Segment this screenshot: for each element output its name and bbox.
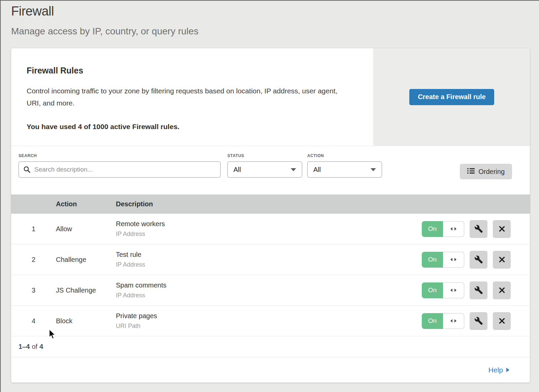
left-right-arrows-icon <box>450 288 457 292</box>
rules-list: 1 Allow Remote workers IP Address On <box>11 214 530 336</box>
status-filter-group: STATUS All <box>227 153 302 178</box>
page-header: Firewall Manage access by IP, country, o… <box>0 0 539 37</box>
action-select[interactable]: All <box>307 161 382 178</box>
table-row: 2 Challenge Test rule IP Address On <box>11 244 530 275</box>
delete-rule-button[interactable] <box>493 220 511 238</box>
help-link[interactable]: Help <box>488 366 510 374</box>
toggle-handle[interactable] <box>443 221 464 237</box>
left-right-arrows-icon <box>450 258 457 262</box>
toggle-handle[interactable] <box>443 313 464 329</box>
usage-note: You have used 4 of 1000 active Firewall … <box>27 123 353 131</box>
create-firewall-rule-button[interactable]: Create a Firewall rule <box>409 89 494 105</box>
rule-description: Test rule <box>116 251 422 259</box>
pagination-separator: of <box>32 343 37 351</box>
create-rule-panel: Create a Firewall rule <box>373 48 530 146</box>
rule-priority: 2 <box>11 256 56 264</box>
action-selected-value: All <box>313 166 321 174</box>
ordering-button-label: Ordering <box>478 168 505 176</box>
left-right-arrows-icon <box>450 227 457 231</box>
rule-description: Spam comments <box>116 281 422 289</box>
chevron-down-icon <box>371 168 376 171</box>
search-filter-group: SEARCH <box>19 153 221 178</box>
rule-priority: 4 <box>11 317 56 325</box>
wrench-icon <box>474 255 483 264</box>
help-link-label: Help <box>488 366 503 374</box>
rule-description-cell: Test rule IP Address <box>116 251 422 268</box>
pagination-total: 4 <box>39 343 43 351</box>
page-subtitle: Manage access by IP, country, or query r… <box>11 26 539 37</box>
rule-action: Allow <box>56 225 116 233</box>
card-description-block: Firewall Rules Control incoming traffic … <box>11 48 373 146</box>
column-action: Action <box>56 200 116 208</box>
delete-rule-button[interactable] <box>493 251 511 269</box>
rule-enabled-toggle[interactable]: On <box>422 282 464 298</box>
rule-enabled-toggle[interactable]: On <box>422 221 464 237</box>
x-icon <box>498 317 506 325</box>
rule-match-field: IP Address <box>116 292 422 299</box>
help-row: Help <box>11 357 530 383</box>
rule-enabled-toggle[interactable]: On <box>422 313 464 329</box>
table-row: 1 Allow Remote workers IP Address On <box>11 214 530 244</box>
rule-controls: On <box>422 281 530 299</box>
filters-bar: SEARCH STATUS All ACTION All <box>11 146 530 194</box>
rule-controls: On <box>422 220 530 238</box>
table-row: 4 Block Private pages URI Path On <box>11 306 530 336</box>
card-top-section: Firewall Rules Control incoming traffic … <box>11 48 530 146</box>
rule-priority: 1 <box>11 225 56 233</box>
rule-description-cell: Spam comments IP Address <box>116 281 422 299</box>
delete-rule-button[interactable] <box>493 312 511 330</box>
rule-enabled-toggle[interactable]: On <box>422 252 464 268</box>
toggle-on-label[interactable]: On <box>422 282 443 298</box>
chevron-down-icon <box>291 168 296 171</box>
wrench-icon <box>474 224 483 233</box>
rule-description: Remote workers <box>116 220 422 228</box>
x-icon <box>498 255 506 264</box>
page-title: Firewall <box>11 4 539 19</box>
wrench-icon <box>474 286 483 295</box>
rule-controls: On <box>422 312 530 330</box>
search-label: SEARCH <box>19 153 221 158</box>
x-icon <box>498 225 506 233</box>
rule-controls: On <box>422 251 530 269</box>
rule-priority: 3 <box>11 287 56 294</box>
help-arrow-icon <box>506 367 510 372</box>
search-box <box>19 161 221 178</box>
action-filter-group: ACTION All <box>307 153 382 178</box>
list-ordering-icon <box>467 168 475 176</box>
search-icon <box>23 165 31 175</box>
card-heading: Firewall Rules <box>27 66 353 76</box>
edit-rule-button[interactable] <box>470 251 487 269</box>
ordering-button[interactable]: Ordering <box>460 164 512 179</box>
rule-description: Private pages <box>116 312 422 320</box>
rule-match-field: IP Address <box>116 231 422 238</box>
status-selected-value: All <box>233 166 241 174</box>
pagination: 1–4 of 4 <box>11 336 530 357</box>
edit-rule-button[interactable] <box>470 220 487 238</box>
firewall-rules-card: Firewall Rules Control incoming traffic … <box>11 48 530 383</box>
table-row: 3 JS Challenge Spam comments IP Address … <box>11 275 530 306</box>
column-description: Description <box>116 200 530 208</box>
delete-rule-button[interactable] <box>493 281 511 299</box>
left-right-arrows-icon <box>450 319 457 323</box>
rule-match-field: URI Path <box>116 323 422 330</box>
rule-match-field: IP Address <box>116 261 422 268</box>
x-icon <box>498 286 506 294</box>
rule-action: Block <box>56 317 116 325</box>
action-label: ACTION <box>307 153 382 158</box>
toggle-on-label[interactable]: On <box>422 221 443 237</box>
rule-description-cell: Remote workers IP Address <box>116 220 422 238</box>
toggle-on-label[interactable]: On <box>422 252 443 268</box>
rule-description-cell: Private pages URI Path <box>116 312 422 330</box>
toggle-handle[interactable] <box>443 282 464 298</box>
table-header-row: Action Description <box>11 194 530 214</box>
card-description: Control incoming traffic to your zone by… <box>27 85 347 109</box>
toggle-handle[interactable] <box>443 252 464 268</box>
search-input[interactable] <box>19 161 221 178</box>
toggle-on-label[interactable]: On <box>422 313 443 329</box>
wrench-icon <box>474 316 483 325</box>
pagination-range: 1–4 <box>19 343 30 351</box>
edit-rule-button[interactable] <box>470 312 487 330</box>
status-select[interactable]: All <box>227 161 302 178</box>
edit-rule-button[interactable] <box>470 281 487 299</box>
rule-action: JS Challenge <box>56 287 116 294</box>
